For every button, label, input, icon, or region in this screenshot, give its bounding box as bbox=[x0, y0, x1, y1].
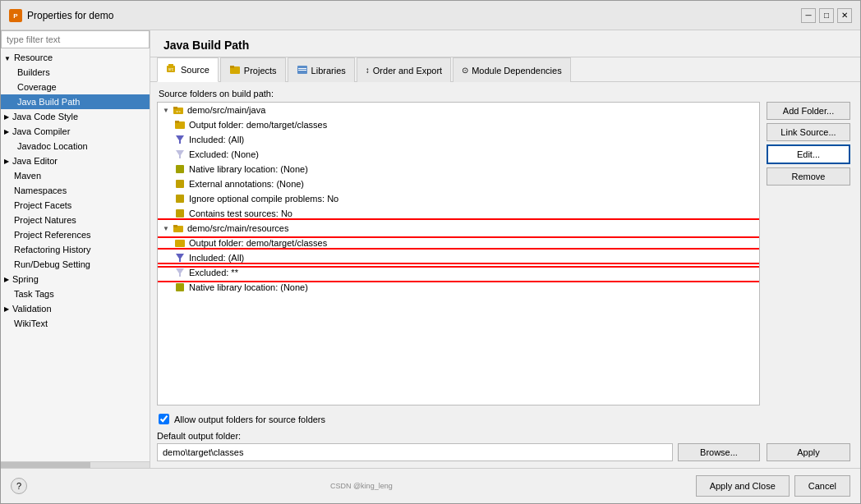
svg-rect-26 bbox=[176, 283, 184, 291]
svg-rect-19 bbox=[176, 195, 184, 203]
sidebar-item-coverage[interactable]: Coverage bbox=[1, 80, 150, 94]
native-lib-icon-2 bbox=[174, 282, 186, 293]
filter-icon bbox=[174, 134, 186, 145]
add-folder-button[interactable]: Add Folder... bbox=[767, 102, 850, 120]
sidebar-scrollbar[interactable] bbox=[1, 461, 150, 468]
sidebar-item-resource[interactable]: Resource bbox=[1, 50, 150, 65]
tree-item-test-sources[interactable]: Contains test sources: No bbox=[158, 206, 759, 221]
output-row: Browse... bbox=[157, 443, 760, 461]
sidebar: Resource Builders Coverage Java Build Pa… bbox=[1, 30, 150, 468]
sidebar-item-java-code-style[interactable]: ▶Java Code Style bbox=[1, 109, 150, 124]
tab-source[interactable]: src Source bbox=[157, 57, 219, 82]
libraries-tab-label: Libraries bbox=[311, 66, 346, 76]
tree-item-output-folder-2[interactable]: Output folder: demo/target/classes bbox=[158, 236, 759, 250]
output-folder-input[interactable] bbox=[157, 443, 673, 461]
title-bar: P Properties for demo ─ □ ✕ bbox=[1, 1, 860, 30]
sidebar-item-java-editor[interactable]: ▶Java Editor bbox=[1, 153, 150, 168]
tree-item-excluded-1[interactable]: Excluded: (None) bbox=[158, 147, 759, 162]
minimize-button[interactable]: ─ bbox=[801, 8, 816, 23]
tab-projects[interactable]: Projects bbox=[220, 57, 286, 82]
svg-marker-16 bbox=[176, 150, 184, 158]
tree-item-included-2[interactable]: Included: (All) bbox=[158, 250, 759, 265]
output-folder-label: Default output folder: bbox=[157, 431, 760, 441]
sidebar-item-namespaces[interactable]: Namespaces bbox=[1, 183, 150, 198]
tree-item-src-main-java[interactable]: ▼ src demo/src/main/java bbox=[158, 103, 759, 117]
svg-rect-18 bbox=[176, 180, 184, 188]
allow-output-folders-checkbox[interactable] bbox=[159, 414, 169, 424]
svg-text:P: P bbox=[13, 12, 18, 20]
resources-folder-icon bbox=[173, 222, 184, 234]
tree-item-native-lib-2[interactable]: Native library location: (None) bbox=[158, 280, 759, 295]
svg-rect-22 bbox=[173, 225, 177, 227]
tab-bar: src Source Projects Libraries bbox=[150, 57, 860, 82]
exclude-icon-2 bbox=[174, 267, 186, 278]
title-bar-left: P Properties for demo bbox=[9, 9, 113, 22]
svg-text:src: src bbox=[168, 66, 174, 71]
sidebar-item-task-tags[interactable]: Task Tags bbox=[1, 286, 150, 301]
section-label: Source folders on build path: bbox=[157, 89, 854, 99]
sidebar-item-project-references[interactable]: Project References bbox=[1, 227, 150, 242]
panel-header: Java Build Path bbox=[150, 30, 860, 57]
svg-rect-9 bbox=[298, 70, 306, 71]
sidebar-item-project-facets[interactable]: Project Facets bbox=[1, 198, 150, 213]
folders-tree[interactable]: ▼ src demo/src/main/java Output folder: … bbox=[157, 102, 760, 405]
tree-and-options: ▼ src demo/src/main/java Output folder: … bbox=[157, 102, 760, 461]
tree-item-output-folder-1[interactable]: Output folder: demo/target/classes bbox=[158, 117, 759, 132]
sidebar-item-run-debug-settings[interactable]: Run/Debug Setting bbox=[1, 257, 150, 272]
order-export-tab-icon: ↕ bbox=[366, 66, 370, 75]
module-dep-tab-label: Module Dependencies bbox=[472, 66, 561, 76]
sidebar-item-refactoring-history[interactable]: Refactoring History bbox=[1, 242, 150, 257]
svg-marker-25 bbox=[176, 268, 184, 277]
svg-rect-14 bbox=[175, 121, 179, 123]
expand-icon-2: ▼ bbox=[163, 225, 169, 232]
maximize-button[interactable]: □ bbox=[819, 8, 834, 23]
sidebar-item-validation[interactable]: ▶Validation bbox=[1, 301, 150, 316]
order-export-tab-label: Order and Export bbox=[373, 66, 442, 76]
content-area: Source folders on build path: ▼ src demo… bbox=[150, 82, 860, 468]
tree-item-native-lib-1[interactable]: Native library location: (None) bbox=[158, 162, 759, 176]
sidebar-item-maven[interactable]: Maven bbox=[1, 168, 150, 183]
close-button[interactable]: ✕ bbox=[837, 8, 852, 23]
tab-module-dependencies[interactable]: ⊙ Module Dependencies bbox=[453, 57, 570, 82]
source-tab-label: Source bbox=[181, 65, 209, 75]
help-button[interactable]: ? bbox=[11, 478, 27, 494]
sidebar-item-project-natures[interactable]: Project Natures bbox=[1, 213, 150, 227]
sidebar-item-builders[interactable]: Builders bbox=[1, 65, 150, 80]
native-lib-icon bbox=[174, 163, 186, 175]
source-tab-icon: src bbox=[166, 63, 177, 76]
tree-item-included-1[interactable]: Included: (All) bbox=[158, 132, 759, 147]
apply-and-close-button[interactable]: Apply and Close bbox=[696, 475, 790, 497]
tree-item-ignore-problems[interactable]: Ignore optional compile problems: No bbox=[158, 191, 759, 206]
tab-libraries[interactable]: Libraries bbox=[288, 57, 355, 82]
projects-tab-icon bbox=[229, 64, 241, 77]
dialog-window: P Properties for demo ─ □ ✕ Resource Bui… bbox=[0, 0, 861, 504]
module-dep-tab-icon: ⊙ bbox=[462, 66, 468, 75]
tree-item-excluded-2[interactable]: Excluded: ** bbox=[158, 265, 759, 280]
main-content: Resource Builders Coverage Java Build Pa… bbox=[1, 30, 860, 468]
apply-button[interactable]: Apply bbox=[767, 443, 850, 461]
tree-item-ext-annotations[interactable]: External annotations: (None) bbox=[158, 176, 759, 191]
sidebar-item-java-build-path[interactable]: Java Build Path bbox=[1, 94, 150, 109]
bottom-right: Apply and Close Cancel bbox=[696, 475, 850, 497]
bottom-left: ? bbox=[11, 478, 27, 494]
sidebar-item-spring[interactable]: ▶Spring bbox=[1, 272, 150, 286]
tree-item-src-main-resources[interactable]: ▼ demo/src/main/resources bbox=[158, 221, 759, 236]
sidebar-item-javadoc-location[interactable]: Javadoc Location bbox=[1, 139, 150, 153]
window-title: Properties for demo bbox=[27, 10, 113, 21]
svg-marker-15 bbox=[176, 135, 184, 144]
browse-button[interactable]: Browse... bbox=[678, 443, 760, 461]
sidebar-item-wikitext[interactable]: WikiText bbox=[1, 316, 150, 331]
cancel-button[interactable]: Cancel bbox=[794, 475, 850, 497]
edit-button[interactable]: Edit... bbox=[767, 144, 850, 164]
filter-input[interactable] bbox=[1, 30, 150, 48]
filter-icon-2 bbox=[174, 252, 186, 263]
title-bar-buttons: ─ □ ✕ bbox=[801, 8, 852, 23]
remove-button[interactable]: Remove bbox=[767, 167, 850, 186]
tab-order-export[interactable]: ↕ Order and Export bbox=[357, 57, 451, 82]
properties-icon: P bbox=[9, 9, 22, 22]
sidebar-item-java-compiler[interactable]: ▶Java Compiler bbox=[1, 124, 150, 139]
link-source-button[interactable]: Link Source... bbox=[767, 123, 850, 141]
right-buttons-panel: Add Folder... Link Source... Edit... Rem… bbox=[763, 102, 854, 461]
svg-rect-23 bbox=[175, 240, 185, 247]
watermark: CSDN @king_leng bbox=[330, 482, 393, 490]
